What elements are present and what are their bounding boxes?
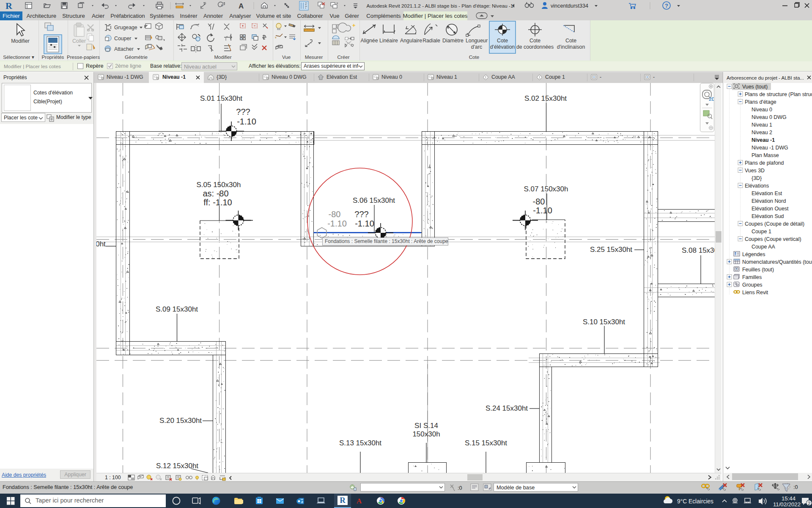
svg-text:A: A	[357, 497, 362, 505]
svg-text:2D: 2D	[709, 97, 714, 102]
svg-text:Légendes: Légendes	[742, 251, 765, 257]
svg-text:15:44: 15:44	[782, 495, 796, 502]
svg-text:Plans de structure (Plan struc: Plans de structure (Plan structu	[745, 91, 812, 97]
svg-text:2: 2	[808, 501, 810, 506]
svg-text:???: ???	[236, 107, 250, 116]
svg-text:Feuilles (tout): Feuilles (tout)	[742, 267, 774, 273]
svg-text:Coupe 1: Coupe 1	[752, 229, 771, 235]
svg-text:S.24 15x30ht: S.24 15x30ht	[486, 404, 528, 412]
svg-text:11/02/2022: 11/02/2022	[773, 501, 801, 507]
svg-text:d'élévation: d'élévation	[490, 44, 515, 50]
svg-text:S.02 15x30ht: S.02 15x30ht	[524, 94, 567, 102]
svg-text:S.10 15x30ht: S.10 15x30ht	[583, 318, 625, 326]
svg-text:R: R	[5, 0, 13, 11]
svg-text:Coupes (Coupe vertical): Coupes (Coupe vertical)	[745, 236, 801, 242]
svg-text:S.07 150x30h: S.07 150x30h	[524, 185, 568, 193]
svg-text:-1.10: -1.10	[237, 117, 256, 126]
svg-text:Vues 3D: Vues 3D	[745, 168, 765, 174]
svg-text:Elévations: Elévations	[745, 183, 769, 189]
svg-text:Coupes (Coupe de détail): Coupes (Coupe de détail)	[745, 221, 804, 227]
svg-text:?: ?	[665, 3, 668, 9]
svg-text:de coordonnées: de coordonnées	[516, 44, 554, 50]
svg-text:{3D}: {3D}	[752, 175, 762, 181]
svg-text:Grugeage: Grugeage	[114, 25, 137, 30]
svg-text:S.05 150x30h: S.05 150x30h	[197, 181, 241, 189]
svg-text:Cote: Cote	[565, 38, 576, 44]
svg-text:Niveau 1: Niveau 1	[752, 122, 772, 128]
svg-text:Niveau 0: Niveau 0	[752, 107, 772, 113]
svg-text:S.06 15x30ht: S.06 15x30ht	[353, 196, 395, 204]
svg-text:Elévation Ouest: Elévation Ouest	[752, 206, 789, 212]
svg-text:Plans d'étage: Plans d'étage	[745, 99, 776, 105]
svg-text:Modifier: Modifier	[11, 38, 30, 44]
svg-text:Elévation Nord: Elévation Nord	[752, 198, 786, 204]
svg-text:Angulaire: Angulaire	[400, 38, 422, 44]
svg-text:Linéaire: Linéaire	[379, 38, 398, 44]
svg-text:as: -80: as: -80	[203, 189, 228, 198]
svg-text:Niveau -1: Niveau -1	[752, 137, 775, 143]
svg-text:Attacher: Attacher	[114, 46, 134, 52]
svg-text:Familles: Familles	[742, 274, 762, 280]
svg-text:Groupes: Groupes	[742, 282, 763, 288]
svg-text:S.09 15x30ht: S.09 15x30ht	[156, 305, 198, 313]
svg-text:0ht: 0ht	[96, 240, 106, 248]
svg-text:Longueur: Longueur	[466, 38, 488, 44]
svg-text:Niveau 2: Niveau 2	[752, 130, 772, 135]
svg-text:Coller: Coller	[72, 38, 86, 44]
svg-text:-80: -80	[533, 197, 545, 206]
svg-text:vincentdurst334: vincentdurst334	[551, 3, 588, 9]
svg-text:S.08 15x30: S.08 15x30	[682, 246, 715, 254]
svg-text:-1.10: -1.10	[327, 219, 347, 228]
svg-text:Vues (tout): Vues (tout)	[742, 84, 768, 90]
svg-text:Nomenclatures/Quantités (tout: Nomenclatures/Quantités (tout	[742, 259, 812, 265]
svg-text:9°C Eclaircies: 9°C Eclaircies	[677, 498, 713, 505]
svg-text:Cote: Cote	[497, 38, 508, 44]
svg-text:S.15 15x30ht: S.15 15x30ht	[465, 439, 507, 447]
svg-text:Radiale: Radiale	[422, 38, 440, 44]
svg-text:1: 1	[221, 3, 223, 7]
svg-text:SI S.14: SI S.14	[414, 422, 438, 430]
svg-text:Elévation Sud: Elévation Sud	[752, 213, 784, 219]
svg-text:???: ???	[354, 210, 368, 219]
svg-text:Niveau -1 DWG: Niveau -1 DWG	[752, 145, 788, 151]
svg-text:Coupe AA: Coupe AA	[752, 244, 776, 250]
svg-text:Cote: Cote	[529, 38, 540, 44]
svg-text:-1.10: -1.10	[355, 219, 374, 228]
svg-text:Diamètre: Diamètre	[442, 38, 464, 44]
svg-text:Plan Masse: Plan Masse	[752, 152, 779, 158]
svg-text:S.12 15x30ht: S.12 15x30ht	[156, 462, 198, 470]
svg-text:150x30h: 150x30h	[412, 430, 440, 438]
svg-text:Couper: Couper	[114, 36, 131, 41]
svg-text:S.13 15x30ht: S.13 15x30ht	[339, 439, 381, 447]
svg-text:-1.10: -1.10	[533, 206, 552, 215]
svg-text:-80: -80	[329, 210, 341, 219]
svg-text:Niveau 0 DWG: Niveau 0 DWG	[752, 114, 787, 120]
svg-text:d'inclinaison: d'inclinaison	[557, 44, 585, 50]
svg-text:Plans de plafond: Plans de plafond	[745, 160, 784, 166]
svg-text:S.25 15x30ht: S.25 15x30ht	[590, 246, 632, 254]
svg-text:A: A	[239, 2, 244, 10]
svg-text::0: :0	[458, 485, 462, 491]
svg-text:Liens Revit: Liens Revit	[742, 290, 768, 295]
svg-text:Autodesk Revit 2021.1.2 - ALBI: Autodesk Revit 2021.1.2 - ALBI stage bis…	[366, 3, 513, 9]
svg-text:Alignée: Alignée	[360, 38, 378, 44]
svg-text:Elévation Est: Elévation Est	[752, 190, 782, 196]
svg-text:d'arc: d'arc	[471, 44, 482, 50]
svg-text:S.01 15x30ht: S.01 15x30ht	[200, 94, 242, 102]
svg-text:S.20 15x30ht: S.20 15x30ht	[159, 417, 202, 425]
svg-text:ff: -1.10: ff: -1.10	[203, 198, 232, 207]
